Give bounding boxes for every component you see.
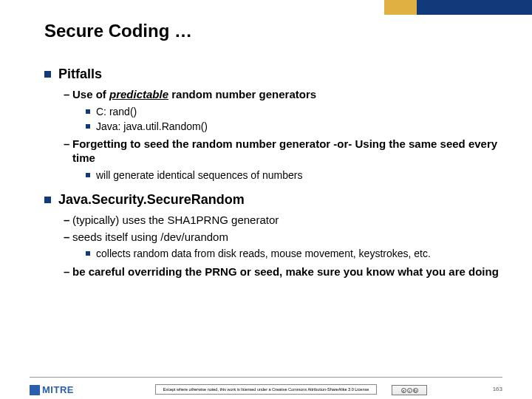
section-securerandom: Java.Security.SecureRandom – (typically)… (44, 192, 502, 279)
accent-gold (384, 0, 417, 15)
dash-icon: – (64, 231, 72, 245)
bullet-small-square-icon (86, 173, 90, 177)
text-post: random number generators (168, 88, 316, 100)
cc-circle-icon: c (401, 388, 406, 393)
slide: Secure Coding … Pitfalls – Use of predic… (0, 0, 532, 399)
accent-blue (417, 0, 532, 15)
bullet-small-square-icon (86, 251, 90, 256)
section-heading: Java.Security.SecureRandom (44, 192, 502, 208)
bullet-level3: collects random data from disk reads, mo… (86, 247, 502, 260)
bullet-text: collects random data from disk reads, mo… (96, 247, 431, 260)
dash-icon: – (64, 214, 72, 228)
bullet-text: C: rand() (96, 105, 137, 118)
sa-circle-icon: ↻ (413, 388, 418, 393)
text-pre: Use of (72, 88, 109, 100)
by-circle-icon: i (407, 388, 412, 393)
section-heading-text: Java.Security.SecureRandom (58, 192, 245, 208)
bullet-text: be careful overriding the PRNG or seed, … (72, 265, 499, 279)
dash-icon: – (64, 137, 72, 151)
bullet-text: Java: java.util.Random() (96, 120, 208, 133)
slide-content: Pitfalls – Use of predictable random num… (44, 66, 502, 289)
mitre-logo: MITRE (30, 384, 74, 395)
logo-text: MITRE (42, 384, 74, 395)
cc-badge-icon: ci↻ (392, 385, 427, 395)
title-accent-bar (384, 0, 532, 15)
section-heading-text: Pitfalls (58, 66, 102, 82)
bullet-text: Forgetting to seed the random number gen… (72, 137, 502, 166)
bullet-level3: C: rand() (86, 105, 502, 118)
bullet-level2: – Use of predictable random number gener… (64, 88, 502, 102)
bullet-level2: – Forgetting to seed the random number g… (64, 137, 502, 166)
bullet-small-square-icon (86, 109, 90, 114)
section-pitfalls: Pitfalls – Use of predictable random num… (44, 66, 502, 182)
bullet-text: Use of predictable random number generat… (72, 88, 316, 102)
bullet-text: (typically) uses the SHA1PRNG generator (72, 214, 279, 228)
dash-icon: – (64, 88, 72, 102)
bullet-square-icon (44, 71, 51, 78)
bullet-text: seeds itself using /dev/urandom (72, 231, 228, 245)
bullet-level3: will generate identical sequences of num… (86, 168, 502, 182)
bullet-small-square-icon (86, 124, 90, 129)
bullet-level2: – be careful overriding the PRNG or seed… (64, 265, 502, 279)
slide-title: Secure Coding … (44, 21, 192, 41)
section-heading: Pitfalls (44, 66, 502, 82)
bullet-square-icon (44, 197, 51, 203)
text-emph: predictable (109, 88, 168, 100)
license-text: Except where otherwise noted, this work … (155, 384, 377, 395)
bullet-level3: Java: java.util.Random() (86, 120, 502, 133)
footer-divider (30, 377, 502, 378)
bullet-level2: – (typically) uses the SHA1PRNG generato… (64, 214, 502, 228)
logo-square-icon (30, 385, 40, 395)
bullet-level2: – seeds itself using /dev/urandom (64, 231, 502, 245)
page-number: 163 (493, 386, 502, 392)
dash-icon: – (64, 265, 72, 279)
bullet-text: will generate identical sequences of num… (96, 168, 302, 182)
